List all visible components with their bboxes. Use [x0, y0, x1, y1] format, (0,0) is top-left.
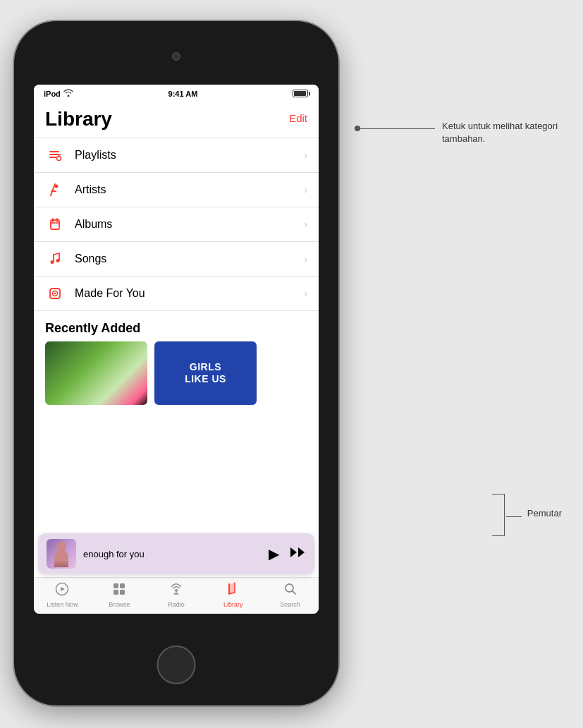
browse-icon: [112, 582, 126, 600]
songs-label: Songs: [75, 253, 304, 265]
menu-item-albums[interactable]: Albums ›: [34, 207, 319, 242]
edit-annotation-text: Ketuk untuk melihat kategori tambahan.: [442, 120, 562, 145]
home-button[interactable]: [157, 645, 196, 684]
battery-icon: [293, 90, 308, 97]
mini-player-info: enough for you: [83, 547, 262, 560]
device: iPod 9:41 AM Library: [14, 21, 338, 705]
albums-icon: [45, 214, 65, 234]
playlists-icon: [45, 145, 65, 165]
made-for-you-icon: [45, 284, 65, 303]
mini-player[interactable]: enough for you ▶: [38, 533, 314, 574]
mini-play-button[interactable]: ▶: [269, 545, 279, 562]
edit-annotation-line: [357, 128, 435, 129]
svg-marker-21: [61, 587, 65, 591]
menu-item-songs[interactable]: Songs ›: [34, 242, 319, 277]
albums-label: Albums: [75, 218, 304, 231]
mini-player-title: enough for you: [83, 549, 145, 559]
made-for-you-label: Made For You: [75, 287, 304, 300]
mini-player-art-figure: [54, 550, 68, 567]
svg-rect-23: [120, 583, 125, 588]
artists-chevron: ›: [304, 184, 307, 195]
library-icon: [226, 582, 240, 600]
status-bar: iPod 9:41 AM: [34, 85, 319, 101]
status-right: [293, 90, 309, 97]
pemutar-annotation-container: Pemutar: [527, 508, 562, 518]
listen-now-label: Listen Now: [47, 601, 78, 608]
svg-rect-9: [51, 220, 59, 229]
svg-rect-24: [113, 590, 118, 595]
edit-button[interactable]: Edit: [289, 112, 307, 124]
svg-marker-18: [290, 547, 297, 557]
search-icon: [283, 582, 297, 600]
menu-list: Playlists › Artists ›: [34, 138, 319, 311]
menu-item-artists[interactable]: Artists ›: [34, 173, 319, 207]
pemutar-annotation-text: Pemutar: [527, 508, 562, 518]
menu-item-playlists[interactable]: Playlists ›: [34, 138, 319, 173]
songs-icon: [45, 249, 65, 269]
album-thumb-2[interactable]: GIRLSLIKE US: [154, 341, 257, 405]
carrier-label: iPod: [44, 90, 61, 98]
playlists-label: Playlists: [75, 149, 304, 162]
search-label: Search: [280, 601, 300, 608]
songs-chevron: ›: [304, 253, 307, 265]
status-left: iPod: [44, 89, 73, 98]
recently-added-row: GIRLSLIKE US: [34, 341, 319, 412]
svg-rect-25: [120, 590, 125, 595]
header-row: Library Edit: [34, 101, 319, 133]
content-area: Library Edit: [34, 101, 319, 533]
albums-chevron: ›: [304, 219, 307, 230]
status-time: 9:41 AM: [168, 90, 198, 98]
svg-line-6: [51, 184, 55, 195]
tab-search[interactable]: Search: [262, 582, 319, 608]
browse-label: Browse: [109, 601, 130, 608]
svg-rect-22: [113, 583, 118, 588]
pemutar-bracket: [492, 494, 505, 536]
svg-line-5: [59, 154, 61, 155]
album-thumb-2-text: GIRLSLIKE US: [185, 361, 226, 385]
radio-icon: [169, 582, 183, 600]
svg-point-3: [57, 157, 61, 161]
tab-browse[interactable]: Browse: [91, 582, 148, 608]
tab-listen-now[interactable]: Listen Now: [34, 582, 91, 608]
tab-bar: Listen Now Browse: [34, 577, 319, 614]
album-thumb-1[interactable]: [45, 341, 147, 405]
svg-line-30: [292, 591, 295, 595]
mini-player-controls: ▶: [269, 545, 306, 562]
listen-now-icon: [55, 582, 69, 600]
camera-dot: [172, 52, 180, 61]
menu-item-made-for-you[interactable]: Made For You ›: [34, 277, 319, 311]
mini-fastforward-button[interactable]: [290, 547, 306, 561]
svg-marker-19: [298, 547, 305, 557]
artists-icon: [45, 180, 65, 200]
battery-fill: [294, 91, 306, 96]
library-tab-label: Library: [223, 601, 243, 608]
tab-radio[interactable]: Radio: [148, 582, 205, 608]
recently-added-header: Recently Added: [34, 311, 319, 341]
playlists-chevron: ›: [304, 150, 307, 161]
wifi-icon: [63, 89, 73, 98]
svg-point-14: [56, 259, 60, 262]
library-title: Library: [45, 108, 112, 131]
mini-player-art: [47, 539, 76, 569]
artists-label: Artists: [75, 183, 304, 196]
made-for-you-chevron: ›: [304, 288, 307, 299]
svg-point-17: [54, 293, 56, 294]
radio-label: Radio: [168, 601, 185, 608]
edit-annotation-container: Ketuk untuk melihat kategori tambahan.: [442, 120, 562, 145]
svg-point-8: [55, 185, 59, 188]
device-screen: iPod 9:41 AM Library: [34, 85, 319, 614]
svg-point-13: [51, 260, 54, 264]
tab-library[interactable]: Library: [204, 582, 262, 608]
pemutar-line: [506, 516, 522, 517]
